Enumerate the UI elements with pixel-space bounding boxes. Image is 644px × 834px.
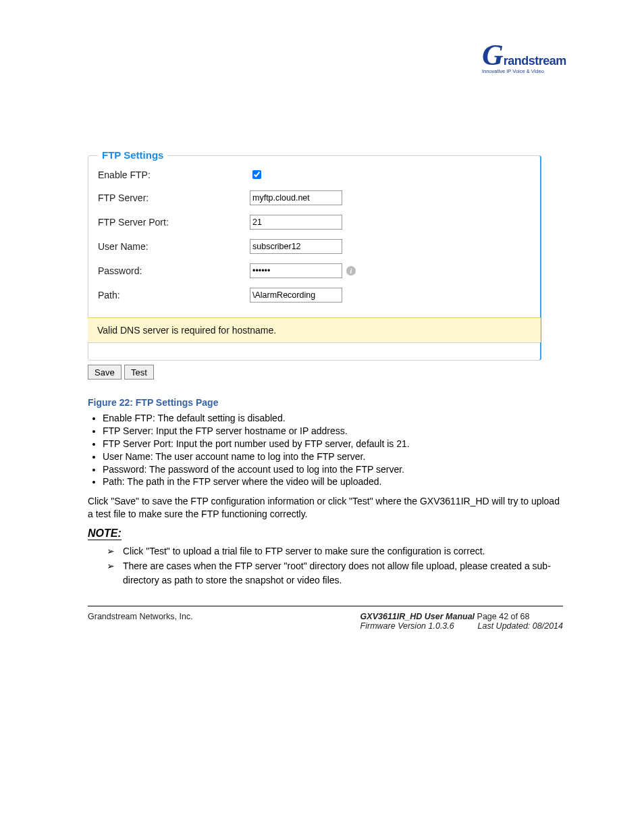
arrow-item: ➢ Click "Test" to upload a trial file to…	[107, 544, 563, 558]
list-item: FTP Server: Input the FTP server hostnam…	[103, 425, 563, 438]
footer-fw: Firmware Version 1.0.3.6	[360, 621, 454, 631]
enable-ftp-row: Enable FTP:	[98, 168, 531, 181]
arrow-icon: ➢	[107, 559, 123, 587]
info-icon[interactable]: i	[346, 266, 356, 276]
footer-title: GXV3611IR_HD User Manual	[360, 612, 477, 621]
list-item: Path: The path in the FTP server where t…	[103, 475, 563, 488]
logo-text: randstream	[504, 54, 566, 68]
test-button[interactable]: Test	[124, 365, 154, 380]
enable-ftp-label: Enable FTP:	[98, 170, 250, 180]
fieldset-legend: FTP Settings	[98, 149, 167, 161]
username-row: User Name:	[98, 239, 531, 254]
footer-mid: GXV3611IR_HD User Manual Page 42 of 68 F…	[360, 612, 563, 631]
arrow-text: There are cases when the FTP server "roo…	[123, 559, 563, 587]
ftp-server-input[interactable]	[250, 190, 342, 205]
logo-tagline: Innovative IP Voice & Video	[482, 68, 563, 74]
ftp-settings-fieldset: FTP Settings Enable FTP: FTP Server: FTP…	[88, 155, 541, 361]
page-footer: Grandstream Networks, Inc. GXV3611IR_HD …	[88, 606, 563, 631]
ftp-server-label: FTP Server:	[98, 192, 250, 203]
list-item: User Name: The user account name to log …	[103, 450, 563, 463]
logo-mark: G	[482, 38, 504, 72]
arrow-icon: ➢	[107, 544, 123, 558]
list-item: Enable FTP: The default setting is disab…	[103, 412, 563, 425]
figure-caption: Figure 22: FTP Settings Page	[88, 397, 563, 408]
ftp-server-row: FTP Server:	[98, 190, 531, 205]
bullet-list: Enable FTP: The default setting is disab…	[88, 412, 563, 488]
username-label: User Name:	[98, 241, 250, 252]
footer-page: Page 42 of 68	[477, 612, 530, 621]
button-row: Save Test	[88, 365, 563, 380]
path-label: Path:	[98, 290, 250, 301]
ftp-port-row: FTP Server Port:	[98, 215, 531, 230]
note-label: NOTE:	[88, 527, 122, 540]
enable-ftp-checkbox[interactable]	[252, 170, 261, 179]
arrow-item: ➢ There are cases when the FTP server "r…	[107, 559, 563, 587]
username-input[interactable]	[250, 239, 342, 254]
password-input[interactable]	[250, 263, 342, 278]
footer-updated: Last Updated: 08/2014	[478, 621, 564, 631]
fieldset-footer-bar	[88, 342, 540, 360]
password-row: Password: i	[98, 263, 531, 278]
brand-logo: Grandstream Innovative IP Voice & Video	[482, 43, 563, 74]
ftp-port-label: FTP Server Port:	[98, 217, 250, 228]
footer-left: Grandstream Networks, Inc.	[88, 612, 193, 631]
arrow-text: Click "Test" to upload a trial file to F…	[123, 544, 485, 558]
save-button[interactable]: Save	[88, 365, 122, 380]
ftp-port-input[interactable]	[250, 215, 342, 230]
path-input[interactable]	[250, 288, 342, 303]
note-arrow-list: ➢ Click "Test" to upload a trial file to…	[107, 544, 563, 587]
password-label: Password:	[98, 265, 250, 276]
post-text: Click "Save" to save the FTP configurati…	[88, 495, 563, 521]
path-row: Path:	[98, 288, 531, 303]
list-item: Password: The password of the account us…	[103, 463, 563, 476]
dns-notice: Valid DNS server is required for hostnam…	[88, 317, 541, 342]
list-item: FTP Server Port: Input the port number u…	[103, 438, 563, 450]
